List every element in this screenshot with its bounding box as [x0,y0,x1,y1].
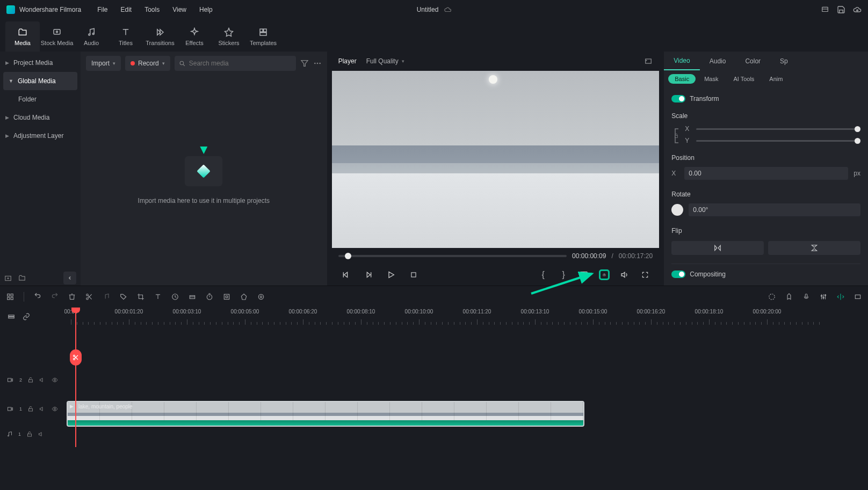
proptab-video[interactable]: Video [664,52,699,70]
mute-icon[interactable] [39,377,46,383]
voiceover-icon[interactable] [802,293,810,301]
search-input[interactable] [189,60,292,67]
volume-button[interactable] [619,269,630,280]
module-transitions[interactable]: Transitions [143,21,177,52]
mute-icon[interactable] [39,406,46,412]
collapse-tree-button[interactable] [63,272,76,284]
chroma-icon[interactable] [257,293,265,301]
tree-project-media[interactable]: ▶Project Media [0,54,81,72]
mute-icon[interactable] [38,431,45,437]
mark-out-button[interactable]: } [558,269,569,280]
lock-icon[interactable] [27,406,34,412]
visibility-icon[interactable] [51,406,59,412]
menu-help[interactable]: Help [199,6,213,13]
position-x-input[interactable]: 0.00 [684,167,848,180]
keyframe-tool-icon[interactable] [223,293,230,301]
tree-adjustment-layer[interactable]: ▶Adjustment Layer [0,127,81,145]
scale-x-slider[interactable] [696,128,860,130]
proptab-audio[interactable]: Audio [700,52,736,70]
playhead-line[interactable] [75,308,76,447]
transform-section[interactable]: Transform [671,92,860,106]
cut-marker[interactable] [70,349,82,365]
menu-file[interactable]: File [97,6,107,13]
menu-tools[interactable]: Tools [144,6,160,13]
media-drop-zone[interactable]: Import media here to use it in multiple … [81,75,327,286]
new-bin-icon[interactable] [4,274,12,282]
preview-viewport[interactable] [332,71,660,248]
split-icon[interactable] [85,293,93,301]
undo-icon[interactable] [34,293,41,301]
link-icon[interactable] [23,313,30,320]
module-media[interactable]: Media [5,21,40,52]
proptab-color[interactable]: Color [735,52,770,70]
search-media[interactable] [175,56,296,71]
speed-icon[interactable] [171,293,179,301]
mask-tool-icon[interactable] [240,293,248,301]
crop-icon[interactable] [137,293,144,301]
aspect-ratio-icon[interactable] [644,57,653,65]
time-ruler[interactable]: 00:0000:00:01:2000:00:03:1000:00:05:0000… [64,308,868,326]
video-clip[interactable]: ▶ lake, mountain, people [67,401,584,427]
flip-horizontal-button[interactable] [671,241,764,255]
text-tool-icon[interactable] [154,293,162,301]
timer-icon[interactable] [206,293,213,301]
marker-icon[interactable] [785,293,793,301]
module-stock[interactable]: Stock Media [40,21,74,52]
snap-icon[interactable] [837,293,844,301]
rotate-knob[interactable] [671,204,683,216]
proptab-speed[interactable]: Sp [770,52,798,70]
scrub-bar[interactable] [338,255,567,257]
import-button[interactable]: Import▾ [86,56,121,71]
flip-vertical-button[interactable] [768,241,860,255]
color-grade-icon[interactable] [189,293,196,301]
tag-icon[interactable] [120,293,127,301]
more-icon[interactable] [313,59,322,68]
tree-folder[interactable]: Folder [0,90,81,108]
menu-view[interactable]: View [172,6,186,13]
module-effects[interactable]: Effects [177,21,212,52]
compositing-section[interactable]: Compositing [671,264,860,281]
lock-icon[interactable] [26,431,33,437]
save-icon[interactable] [837,5,845,14]
render-icon[interactable] [768,293,776,301]
cloud-sync-icon[interactable] [444,6,451,13]
subtab-animation[interactable]: Anim [763,74,789,84]
transform-toggle[interactable] [671,95,685,103]
prev-frame-button[interactable] [341,269,351,280]
filter-icon[interactable] [300,59,309,68]
visibility-icon[interactable] [51,377,59,383]
tree-global-media[interactable]: ▼Global Media [3,72,77,90]
mixer-icon[interactable] [820,293,827,301]
tree-cloud-media[interactable]: ▶Cloud Media [0,108,81,127]
delete-icon[interactable] [68,293,76,301]
track-add-icon[interactable] [8,313,15,320]
module-titles[interactable]: Titles [108,21,143,52]
zoom-fit-icon[interactable] [854,293,862,301]
record-button[interactable]: Record▾ [125,56,170,71]
compositing-toggle[interactable] [671,270,685,278]
scale-y-slider[interactable] [696,140,860,142]
scale-lock[interactable] [671,124,681,148]
track-lanes[interactable]: ▶ lake, mountain, people [64,326,868,490]
play-button[interactable] [386,269,396,280]
module-templates[interactable]: Templates [246,21,280,52]
grid-view-icon[interactable] [6,293,14,301]
menu-edit[interactable]: Edit [121,6,132,13]
module-stickers[interactable]: Stickers [212,21,246,52]
export-icon[interactable] [853,5,862,14]
rotate-input[interactable]: 0.00° [689,203,860,216]
quality-dropdown[interactable]: Full Quality▾ [366,57,404,65]
next-frame-button[interactable] [363,269,374,280]
audio-adjust-icon[interactable] [103,293,110,301]
fullscreen-button[interactable] [640,269,650,280]
subtab-mask[interactable]: Mask [698,74,725,84]
subtab-basic[interactable]: Basic [668,74,696,84]
scrub-thumb[interactable] [345,253,351,259]
mark-in-button[interactable]: { [538,269,548,280]
display-settings-button[interactable] [578,269,589,280]
stop-button[interactable] [408,269,419,280]
subtab-aitools[interactable]: AI Tools [727,74,761,84]
module-audio[interactable]: Audio [74,21,108,52]
layout-icon[interactable] [821,6,829,13]
lock-icon[interactable] [27,377,34,383]
